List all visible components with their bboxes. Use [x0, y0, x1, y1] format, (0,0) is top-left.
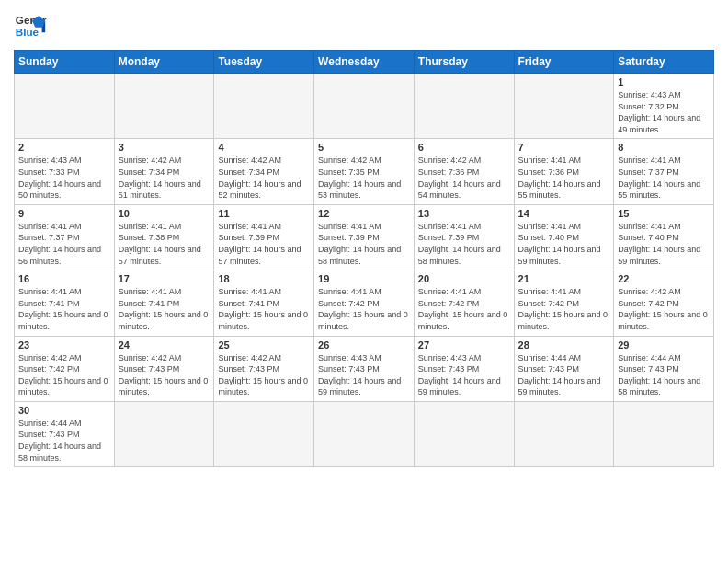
day-cell: 22Sunrise: 4:42 AM Sunset: 7:42 PM Dayli…	[614, 270, 714, 336]
day-cell	[114, 401, 214, 466]
day-number: 6	[418, 142, 510, 153]
day-info: Sunrise: 4:41 AM Sunset: 7:41 PM Dayligh…	[119, 286, 210, 332]
day-number: 21	[518, 273, 610, 284]
day-number: 17	[119, 273, 210, 284]
day-cell: 26Sunrise: 4:43 AM Sunset: 7:43 PM Dayli…	[314, 336, 415, 401]
day-cell: 9Sunrise: 4:41 AM Sunset: 7:37 PM Daylig…	[15, 204, 115, 270]
day-info: Sunrise: 4:42 AM Sunset: 7:34 PM Dayligh…	[218, 155, 310, 201]
day-number: 5	[318, 142, 410, 153]
day-cell: 10Sunrise: 4:41 AM Sunset: 7:38 PM Dayli…	[114, 204, 214, 270]
weekday-header-row: SundayMondayTuesdayWednesdayThursdayFrid…	[15, 51, 714, 74]
day-number: 24	[119, 339, 210, 350]
day-cell: 20Sunrise: 4:41 AM Sunset: 7:42 PM Dayli…	[414, 270, 514, 336]
day-number: 15	[618, 208, 710, 219]
day-cell: 29Sunrise: 4:44 AM Sunset: 7:43 PM Dayli…	[614, 336, 714, 401]
day-info: Sunrise: 4:43 AM Sunset: 7:33 PM Dayligh…	[18, 155, 110, 201]
week-row-3: 16Sunrise: 4:41 AM Sunset: 7:41 PM Dayli…	[15, 270, 714, 336]
weekday-header-tuesday: Tuesday	[214, 51, 314, 74]
day-number: 18	[218, 273, 310, 284]
day-cell	[214, 74, 314, 139]
day-cell	[314, 74, 415, 139]
day-info: Sunrise: 4:41 AM Sunset: 7:42 PM Dayligh…	[318, 286, 410, 332]
day-number: 9	[18, 208, 110, 219]
logo-icon: General Blue	[14, 9, 47, 42]
day-number: 7	[518, 142, 610, 153]
day-cell: 15Sunrise: 4:41 AM Sunset: 7:40 PM Dayli…	[614, 204, 714, 270]
day-number: 26	[318, 339, 410, 350]
day-cell: 14Sunrise: 4:41 AM Sunset: 7:40 PM Dayli…	[514, 204, 614, 270]
day-number: 23	[18, 339, 110, 350]
day-cell: 27Sunrise: 4:43 AM Sunset: 7:43 PM Dayli…	[414, 336, 514, 401]
weekday-header-saturday: Saturday	[614, 51, 714, 74]
day-info: Sunrise: 4:41 AM Sunset: 7:39 PM Dayligh…	[318, 221, 410, 267]
logo: General Blue	[14, 9, 47, 42]
day-number: 12	[318, 208, 410, 219]
day-number: 29	[618, 339, 710, 350]
calendar-table: SundayMondayTuesdayWednesdayThursdayFrid…	[14, 50, 714, 467]
day-cell: 28Sunrise: 4:44 AM Sunset: 7:43 PM Dayli…	[514, 336, 614, 401]
day-number: 1	[618, 76, 710, 87]
day-info: Sunrise: 4:43 AM Sunset: 7:43 PM Dayligh…	[418, 352, 510, 398]
day-info: Sunrise: 4:42 AM Sunset: 7:43 PM Dayligh…	[218, 352, 310, 398]
week-row-2: 9Sunrise: 4:41 AM Sunset: 7:37 PM Daylig…	[15, 204, 714, 270]
day-number: 28	[518, 339, 610, 350]
day-info: Sunrise: 4:42 AM Sunset: 7:34 PM Dayligh…	[119, 155, 210, 201]
day-cell: 11Sunrise: 4:41 AM Sunset: 7:39 PM Dayli…	[214, 204, 314, 270]
day-info: Sunrise: 4:44 AM Sunset: 7:43 PM Dayligh…	[618, 352, 710, 398]
day-number: 8	[618, 142, 710, 153]
day-info: Sunrise: 4:42 AM Sunset: 7:42 PM Dayligh…	[18, 352, 110, 398]
day-number: 19	[318, 273, 410, 284]
day-cell: 16Sunrise: 4:41 AM Sunset: 7:41 PM Dayli…	[15, 270, 115, 336]
day-cell: 7Sunrise: 4:41 AM Sunset: 7:36 PM Daylig…	[514, 139, 614, 204]
day-cell: 25Sunrise: 4:42 AM Sunset: 7:43 PM Dayli…	[214, 336, 314, 401]
day-cell: 12Sunrise: 4:41 AM Sunset: 7:39 PM Dayli…	[314, 204, 415, 270]
day-number: 20	[418, 273, 510, 284]
day-info: Sunrise: 4:41 AM Sunset: 7:40 PM Dayligh…	[618, 221, 710, 267]
day-info: Sunrise: 4:41 AM Sunset: 7:40 PM Dayligh…	[518, 221, 610, 267]
header: General Blue	[14, 9, 714, 42]
day-info: Sunrise: 4:41 AM Sunset: 7:36 PM Dayligh…	[518, 155, 610, 201]
day-info: Sunrise: 4:44 AM Sunset: 7:43 PM Dayligh…	[18, 418, 110, 464]
week-row-4: 23Sunrise: 4:42 AM Sunset: 7:42 PM Dayli…	[15, 336, 714, 401]
day-cell	[514, 401, 614, 466]
day-number: 14	[518, 208, 610, 219]
day-info: Sunrise: 4:41 AM Sunset: 7:39 PM Dayligh…	[418, 221, 510, 267]
day-cell: 3Sunrise: 4:42 AM Sunset: 7:34 PM Daylig…	[114, 139, 214, 204]
day-cell: 24Sunrise: 4:42 AM Sunset: 7:43 PM Dayli…	[114, 336, 214, 401]
day-number: 4	[218, 142, 310, 153]
week-row-0: 1Sunrise: 4:43 AM Sunset: 7:32 PM Daylig…	[15, 74, 714, 139]
day-cell: 1Sunrise: 4:43 AM Sunset: 7:32 PM Daylig…	[614, 74, 714, 139]
day-info: Sunrise: 4:41 AM Sunset: 7:41 PM Dayligh…	[218, 286, 310, 332]
day-cell	[414, 401, 514, 466]
day-number: 10	[119, 208, 210, 219]
weekday-header-monday: Monday	[114, 51, 214, 74]
day-cell: 13Sunrise: 4:41 AM Sunset: 7:39 PM Dayli…	[414, 204, 514, 270]
day-cell: 5Sunrise: 4:42 AM Sunset: 7:35 PM Daylig…	[314, 139, 415, 204]
day-cell: 23Sunrise: 4:42 AM Sunset: 7:42 PM Dayli…	[15, 336, 115, 401]
day-info: Sunrise: 4:43 AM Sunset: 7:32 PM Dayligh…	[618, 89, 710, 135]
day-number: 2	[18, 142, 110, 153]
day-cell: 8Sunrise: 4:41 AM Sunset: 7:37 PM Daylig…	[614, 139, 714, 204]
day-number: 27	[418, 339, 510, 350]
day-info: Sunrise: 4:44 AM Sunset: 7:43 PM Dayligh…	[518, 352, 610, 398]
day-info: Sunrise: 4:41 AM Sunset: 7:37 PM Dayligh…	[618, 155, 710, 201]
day-cell: 30Sunrise: 4:44 AM Sunset: 7:43 PM Dayli…	[15, 401, 115, 466]
day-number: 13	[418, 208, 510, 219]
day-info: Sunrise: 4:41 AM Sunset: 7:41 PM Dayligh…	[18, 286, 110, 332]
day-cell	[214, 401, 314, 466]
day-info: Sunrise: 4:42 AM Sunset: 7:35 PM Dayligh…	[318, 155, 410, 201]
day-info: Sunrise: 4:41 AM Sunset: 7:38 PM Dayligh…	[119, 221, 210, 267]
day-cell: 4Sunrise: 4:42 AM Sunset: 7:34 PM Daylig…	[214, 139, 314, 204]
day-info: Sunrise: 4:42 AM Sunset: 7:42 PM Dayligh…	[618, 286, 710, 332]
day-cell	[314, 401, 415, 466]
day-cell: 19Sunrise: 4:41 AM Sunset: 7:42 PM Dayli…	[314, 270, 415, 336]
day-cell: 6Sunrise: 4:42 AM Sunset: 7:36 PM Daylig…	[414, 139, 514, 204]
day-cell	[15, 74, 115, 139]
day-cell: 18Sunrise: 4:41 AM Sunset: 7:41 PM Dayli…	[214, 270, 314, 336]
day-number: 25	[218, 339, 310, 350]
day-info: Sunrise: 4:41 AM Sunset: 7:42 PM Dayligh…	[518, 286, 610, 332]
day-info: Sunrise: 4:42 AM Sunset: 7:36 PM Dayligh…	[418, 155, 510, 201]
day-cell: 2Sunrise: 4:43 AM Sunset: 7:33 PM Daylig…	[15, 139, 115, 204]
day-info: Sunrise: 4:42 AM Sunset: 7:43 PM Dayligh…	[119, 352, 210, 398]
weekday-header-sunday: Sunday	[15, 51, 115, 74]
